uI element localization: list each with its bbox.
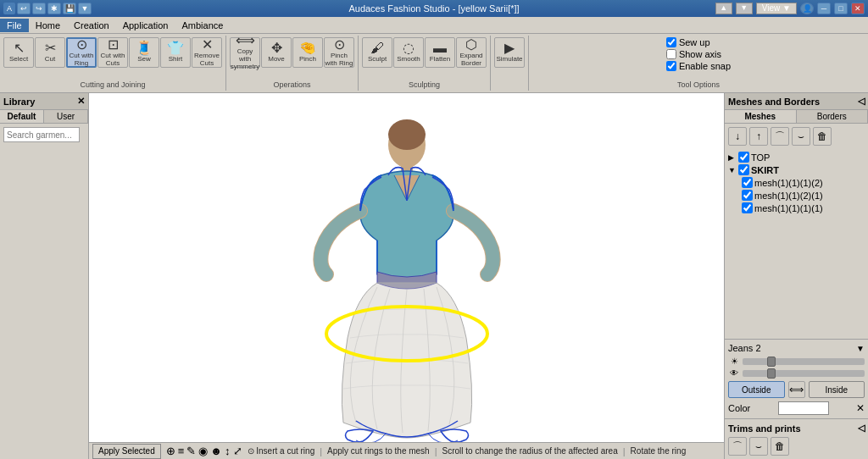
simulate-icon: ▶	[504, 41, 515, 55]
trims-btn-arc2[interactable]: ⌣	[749, 437, 768, 456]
top-checkbox[interactable]	[738, 152, 749, 163]
tree-btn-arc1[interactable]: ⌒	[771, 127, 789, 146]
mesh1-checkbox[interactable]	[742, 177, 753, 188]
cut-with-ring-tool[interactable]: ⊙ Cut with Ring	[66, 37, 97, 68]
icon-person: ☻	[210, 445, 222, 457]
nav-up-btn[interactable]: ▲	[715, 3, 732, 14]
tree-item-mesh3[interactable]: mesh(1)(1)(1)(1)	[742, 202, 865, 214]
sculpt-tool[interactable]: 🖌 Sculpt	[362, 37, 392, 68]
search-input[interactable]	[3, 127, 80, 142]
close-btn[interactable]: ✕	[851, 3, 865, 14]
material-dropdown-btn[interactable]: ▼	[856, 344, 865, 353]
quick-access-btn3[interactable]: ✱	[47, 3, 61, 14]
tab-borders[interactable]: Borders	[797, 110, 869, 123]
menu-application[interactable]: Application	[116, 19, 175, 32]
quick-access-btn[interactable]: ↩	[17, 3, 31, 14]
meshes-borders-title: Meshes and Borders	[728, 97, 820, 107]
remove-cuts-tool[interactable]: ✕ Remove Cuts	[192, 37, 222, 68]
mesh2-label: mesh(1)(1)(2)(1)	[754, 191, 823, 201]
pinch-icon: 🤏	[299, 41, 316, 55]
tab-user[interactable]: User	[44, 110, 88, 123]
simulate-tool[interactable]: ▶ Simulate	[494, 37, 525, 68]
color-label: Color	[728, 403, 750, 413]
flatten-tool[interactable]: ▬ Flatten	[425, 37, 455, 68]
icon-target: ◉	[198, 445, 208, 457]
tree-item-mesh2[interactable]: mesh(1)(1)(2)(1)	[742, 189, 865, 202]
status-text-3: Scroll to change the radius of the affec…	[442, 446, 618, 456]
library-close-btn[interactable]: ✕	[77, 96, 85, 107]
slider-track-2[interactable]	[743, 370, 865, 377]
copy-sym-tool[interactable]: ⟺ Copy with symmetry	[230, 37, 260, 68]
tree-item-top[interactable]: ▶ TOP	[728, 151, 865, 163]
move-tool[interactable]: ✥ Move	[261, 37, 292, 68]
trims-btn-arc1[interactable]: ⌒	[728, 437, 747, 456]
smooth-label: Smooth	[397, 56, 420, 64]
material-header: Jeans 2 ▼	[728, 343, 865, 353]
sew-tool[interactable]: 🧵 Sew	[129, 37, 159, 68]
minimize-btn[interactable]: ─	[817, 3, 831, 14]
search-box	[3, 127, 85, 142]
tree-btn-up[interactable]: ↑	[749, 127, 768, 146]
nav-down-btn[interactable]: ▼	[736, 3, 753, 14]
left-panel: Library ✕ Default User	[0, 93, 89, 459]
maximize-btn[interactable]: □	[834, 3, 848, 14]
menu-creation[interactable]: Creation	[67, 19, 116, 32]
menu-file[interactable]: File	[0, 19, 29, 32]
cutting-joining-label: Cutting and Joining	[80, 80, 145, 89]
mesh3-checkbox[interactable]	[742, 202, 753, 213]
apply-selected-btn[interactable]: Apply Selected	[92, 444, 161, 459]
tree-btn-delete[interactable]: 🗑	[813, 127, 832, 146]
status-text-1: ⊙ Insert a cut ring	[248, 446, 315, 456]
trims-btn-delete[interactable]: 🗑	[771, 437, 789, 456]
inside-btn[interactable]: Inside	[809, 381, 865, 398]
library-header: Library ✕	[0, 93, 88, 110]
skirt-arrow: ▼	[728, 166, 737, 174]
pinch-tool[interactable]: 🤏 Pinch	[292, 37, 323, 68]
tab-meshes[interactable]: Meshes	[725, 110, 797, 123]
slider-track-1[interactable]	[743, 358, 865, 365]
shirt-icon: 👕	[167, 41, 184, 55]
slider-icon-1: ☀	[728, 357, 740, 366]
tree-btn-arc2[interactable]: ⌣	[792, 127, 810, 146]
enable-snap-checkbox[interactable]	[666, 61, 676, 71]
sew-label: Sew	[137, 56, 151, 64]
menu-home[interactable]: Home	[29, 19, 67, 32]
mesh-tree: ↓ ↑ ⌒ ⌣ 🗑 ▶ TOP ▼ SKIRT mesh(	[725, 124, 868, 339]
sculpting-label: Sculpting	[409, 80, 440, 89]
color-swatch[interactable]	[778, 401, 829, 415]
menu-ambiance[interactable]: Ambiance	[175, 19, 230, 32]
tab-default[interactable]: Default	[0, 110, 44, 123]
right-panel-close[interactable]: ◁	[858, 96, 865, 107]
show-axis-checkbox[interactable]	[666, 49, 676, 59]
select-tool[interactable]: ↖ Select	[3, 37, 34, 68]
tree-btn-down[interactable]: ↓	[728, 127, 747, 146]
toolbar: ↖ Select ✂ Cut ⊙ Cut with Ring ⊡ Cut wit…	[0, 34, 868, 93]
top-arrow: ▶	[728, 153, 737, 162]
tree-toolbar: ↓ ↑ ⌒ ⌣ 🗑	[728, 127, 865, 146]
symmetry-btn[interactable]: ⟺	[788, 381, 805, 398]
move-icon: ✥	[271, 41, 282, 55]
sew-up-checkbox[interactable]	[666, 37, 676, 47]
quick-access-btn4[interactable]: 💾	[63, 3, 76, 14]
tree-item-mesh1[interactable]: mesh(1)(1)(1)(2)	[742, 176, 865, 189]
quick-access-btn5[interactable]: ▼	[78, 3, 92, 14]
cut-cuts-icon: ⊡	[108, 38, 119, 52]
outside-btn[interactable]: Outside	[728, 381, 785, 398]
slider-thumb-2[interactable]	[767, 368, 776, 379]
status-text-4: Rotate the ring	[631, 446, 687, 456]
material-name: Jeans 2	[728, 343, 761, 353]
tree-item-skirt[interactable]: ▼ SKIRT	[728, 163, 865, 176]
color-clear-btn[interactable]: ✕	[856, 402, 865, 414]
cut-with-cuts-tool[interactable]: ⊡ Cut with Cuts	[97, 37, 128, 68]
quick-access-btn2[interactable]: ↪	[32, 3, 46, 14]
cut-tool[interactable]: ✂ Cut	[35, 37, 65, 68]
view-btn[interactable]: View ▼	[756, 3, 797, 14]
user-icon[interactable]: 👤	[800, 3, 814, 14]
skirt-checkbox[interactable]	[738, 164, 749, 175]
expand-border-tool[interactable]: ⬡ Expand Border	[456, 37, 487, 68]
slider-thumb-1[interactable]	[767, 357, 776, 367]
smooth-tool[interactable]: ◌ Smooth	[393, 37, 424, 68]
pinch-ring-tool[interactable]: ⊙ Pinch with Ring	[324, 37, 354, 68]
shirt-tool[interactable]: 👕 Shirt	[160, 37, 191, 68]
mesh2-checkbox[interactable]	[742, 190, 753, 201]
